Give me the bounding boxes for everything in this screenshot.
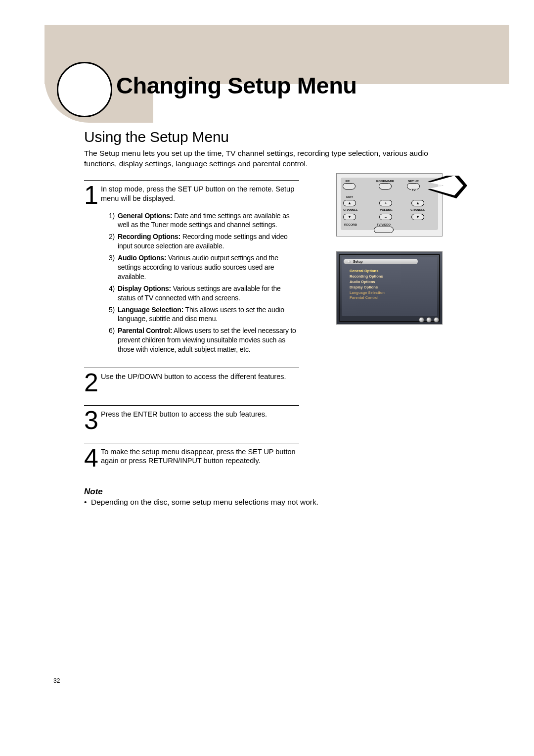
osd-item: Language Selection <box>350 290 385 296</box>
remote-bookmark-button <box>379 183 392 189</box>
osd-item: Recording Options <box>350 274 385 280</box>
steps-list: 1 In stop mode, press the SET UP button … <box>84 180 299 474</box>
step-number: 1 <box>84 184 101 357</box>
remote-tvvideo-button <box>374 227 394 233</box>
remote-channel-down-button-tv: ▼ <box>411 214 424 220</box>
osd-item: Display Options <box>350 285 385 290</box>
osd-item: Audio Options <box>350 280 385 285</box>
remote-edit-label: EDIT <box>343 195 356 198</box>
remote-channel-left-label: CHANNEL <box>343 208 358 211</box>
remote-tvvideo-label: TV/VIDEO <box>371 223 396 226</box>
tv-screen-setup-menu: Setup General Options Recording Options … <box>336 251 443 325</box>
step-3: 3 Press the ENTER button to access the s… <box>84 405 299 443</box>
remote-channel-up-button-tv: ▲ <box>411 200 424 206</box>
remote-volume-label: VOLUME <box>378 208 394 211</box>
bullet-icon <box>348 260 351 263</box>
chapter-circle-icon <box>57 62 112 117</box>
osd-menu-list: General Options Recording Options Audio … <box>350 269 385 301</box>
remote-er-button <box>343 183 356 189</box>
remote-channel-down-button: ▼ <box>343 214 356 220</box>
remote-er-label: ER <box>343 180 353 183</box>
step-2: 2 Use the UP/DOWN button to access the d… <box>84 368 299 405</box>
step-4: 4 To make the setup menu disappear, pres… <box>84 443 299 474</box>
remote-channel-right-label: CHANNEL <box>410 208 426 211</box>
remote-volume-up-button: + <box>379 200 392 206</box>
osd-item: General Options <box>350 269 385 274</box>
step-text: To make the setup menu disappear, press … <box>101 448 296 465</box>
page-number: 32 <box>53 677 60 684</box>
remote-channel-up-button: ▲ <box>343 200 356 206</box>
callout-arrow-icon <box>428 176 467 200</box>
remote-record-label: RECORD <box>343 223 358 226</box>
osd-item: Parental Control <box>350 295 385 301</box>
osd-knobs-icon <box>419 317 439 323</box>
step-number: 4 <box>84 446 101 470</box>
note-text: •Depending on the disc, some setup menu … <box>84 498 435 507</box>
osd-title-bar: Setup <box>344 259 418 264</box>
page-title: Changing Setup Menu <box>116 72 357 99</box>
intro-text: The Setup menu lets you set up the time,… <box>84 148 435 169</box>
note-heading: Note <box>84 487 435 497</box>
remote-bookmark-label: BOOKMARK <box>375 180 395 183</box>
step-text: In stop mode, press the SET UP button on… <box>101 185 294 202</box>
step-1: 1 In stop mode, press the SET UP button … <box>84 180 299 368</box>
step-1-sublist: 1)General Options: Date and time setting… <box>101 211 299 354</box>
osd-title: Setup <box>353 260 362 263</box>
note-block: Note •Depending on the disc, some setup … <box>84 487 435 507</box>
step-text: Press the ENTER button to access the sub… <box>101 410 267 418</box>
step-text: Use the UP/DOWN button to access the dif… <box>101 373 286 380</box>
remote-setup-label: SET UP <box>406 180 421 183</box>
step-number: 2 <box>84 371 101 394</box>
step-number: 3 <box>84 409 101 432</box>
remote-illustration: ER BOOKMARK SET UP EDIT ▲ + ▲ CHANNEL VO… <box>336 173 443 236</box>
remote-tv-group-label: TV <box>411 189 417 191</box>
remote-volume-down-button: – <box>379 214 392 220</box>
section-title: Using the Setup Menu <box>84 129 435 145</box>
